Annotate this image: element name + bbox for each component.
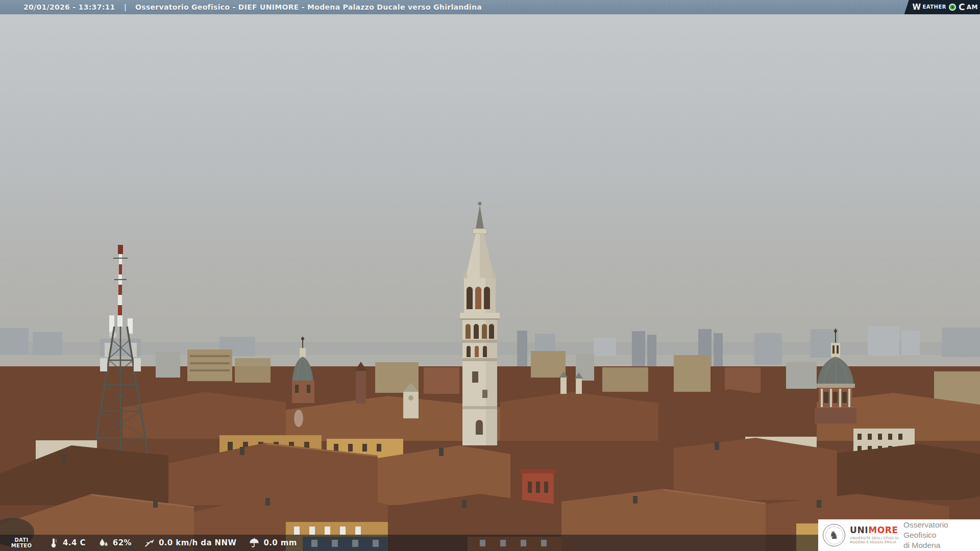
observatory-name: Osservatorio Geofisico di Modena [903, 520, 980, 550]
wind-reading: 0.0 km/h da NNW [144, 537, 237, 548]
humidity-reading: 62% [98, 537, 132, 548]
temperature-value: 4.4 C [63, 538, 86, 547]
unimore-wordmark: UNIMORE UNIVERSITÀ DEGLI STUDI DI MODENA… [850, 525, 899, 545]
webcam-photo [0, 14, 980, 551]
city-panorama [0, 14, 980, 551]
umbrella-icon [249, 537, 260, 548]
unimore-seal-icon: ♞ [823, 524, 845, 546]
precipitation-reading: 0.0 mm [249, 537, 297, 548]
wind-value: 0.0 km/h da NNW [159, 538, 237, 547]
wind-vane-icon [144, 537, 155, 548]
university-subtitle: UNIVERSITÀ DEGLI STUDI DI MODENA E REGGI… [850, 536, 899, 545]
weathercam-logo[interactable]: W EATHER C AM [904, 0, 980, 14]
webcam-page: 20/01/2026 - 13:37:11 | Osservatorio Geo… [0, 0, 980, 551]
thermometer-icon [48, 537, 59, 548]
weathercam-logo-text: AM [967, 4, 978, 10]
header-separator: | [124, 3, 127, 11]
page-title: Osservatorio Geofisico - DIEF UNIMORE - … [135, 3, 482, 11]
weathercam-logo-text: EATHER [922, 5, 946, 10]
camera-lens-icon [949, 4, 956, 11]
temperature-reading: 4.4 C [48, 537, 86, 548]
header-bar: 20/01/2026 - 13:37:11 | Osservatorio Geo… [0, 0, 980, 14]
unimore-acronym-left: UNI [850, 525, 868, 535]
weather-data-label: DATI METEO [7, 537, 36, 549]
droplets-icon [98, 537, 109, 548]
weathercam-logo-text: C [959, 3, 965, 12]
humidity-value: 62% [113, 538, 132, 547]
timestamp: 20/01/2026 - 13:37:11 [23, 3, 115, 11]
precipitation-value: 0.0 mm [263, 538, 297, 547]
unimore-acronym-right: MORE [868, 525, 898, 535]
weathercam-logo-text: W [913, 4, 921, 11]
unimore-branding-box: ♞ UNIMORE UNIVERSITÀ DEGLI STUDI DI MODE… [818, 519, 980, 551]
